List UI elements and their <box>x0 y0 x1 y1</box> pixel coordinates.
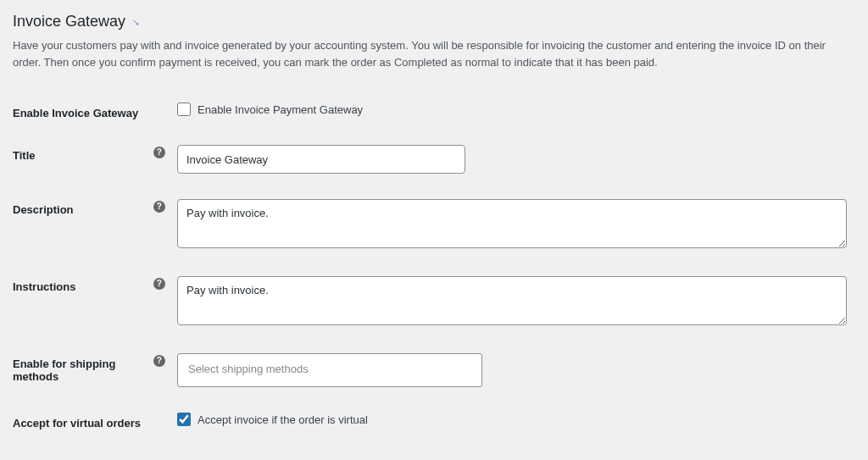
shipping-methods-select[interactable]: Select shipping methods <box>177 353 482 387</box>
virtual-orders-checkbox[interactable] <box>177 413 191 426</box>
enable-gateway-checkbox-label: Enable Invoice Payment Gateway <box>198 103 363 116</box>
shipping-methods-label: Enable for shipping methods <box>13 345 153 404</box>
help-icon[interactable]: ? <box>153 278 165 290</box>
help-icon[interactable]: ? <box>153 147 165 158</box>
enable-gateway-checkbox[interactable] <box>177 103 191 116</box>
instructions-textarea[interactable]: Pay with invoice. <box>177 276 847 325</box>
enable-gateway-label: Enable Invoice Gateway <box>13 94 153 136</box>
page-title: Invoice Gateway <box>13 13 125 30</box>
help-icon[interactable]: ? <box>153 201 165 213</box>
virtual-orders-label: Accept for virtual orders <box>13 404 153 446</box>
help-icon[interactable]: ? <box>153 355 165 367</box>
return-arrow-icon[interactable]: → <box>127 13 145 30</box>
instructions-label: Instructions <box>13 268 153 345</box>
virtual-orders-checkbox-label: Accept invoice if the order is virtual <box>198 413 368 426</box>
intro-description: Have your customers pay with and invoice… <box>13 37 855 70</box>
title-label: Title <box>13 136 153 191</box>
description-label: Description <box>13 191 153 268</box>
description-textarea[interactable]: Pay with invoice. <box>177 199 847 248</box>
title-input[interactable] <box>177 145 465 174</box>
